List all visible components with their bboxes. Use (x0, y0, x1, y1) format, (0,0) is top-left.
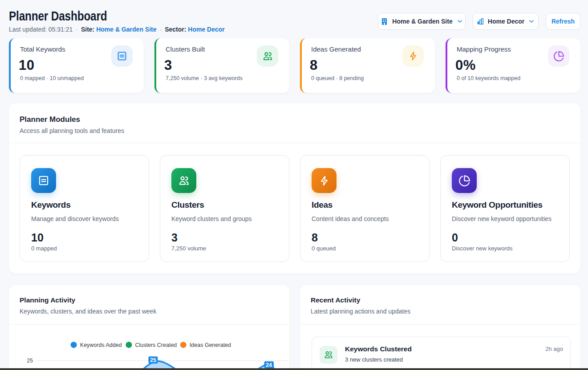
svg-text:24: 24 (266, 362, 272, 368)
svg-text:Clusters Created: Clusters Created (135, 342, 177, 348)
svg-text:Keywords Added: Keywords Added (80, 342, 122, 348)
svg-text:Ideas Generated: Ideas Generated (190, 342, 231, 348)
svg-text:25: 25 (150, 357, 156, 363)
svg-text:25: 25 (27, 358, 33, 364)
